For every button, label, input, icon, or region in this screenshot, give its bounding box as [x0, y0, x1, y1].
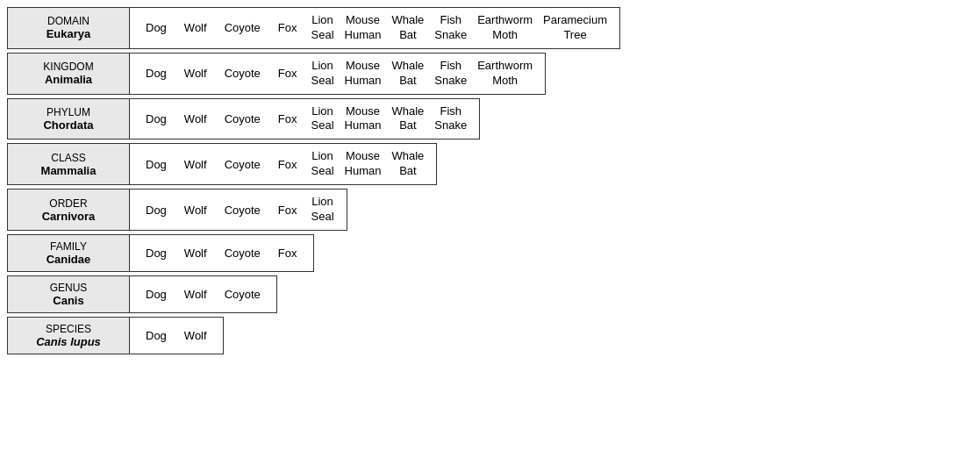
- member-item: Fox: [269, 156, 306, 173]
- rank-name: Mammalia: [41, 164, 97, 177]
- member-item: LionSeal: [306, 193, 340, 226]
- member-item: Coyote: [216, 245, 269, 261]
- rank-text: GENUS: [50, 282, 88, 294]
- taxonomy-row: FAMILYCanidaeDogWolfCoyoteFox: [7, 234, 973, 272]
- member-item: LionSeal: [306, 147, 340, 181]
- taxonomy-row: ORDERCarnivoraDogWolfCoyoteFoxLionSeal: [7, 189, 973, 231]
- rank-text: ORDER: [49, 197, 87, 210]
- member-item: WhaleBat: [386, 57, 429, 90]
- member-item: WhaleBat: [386, 147, 429, 181]
- rank-name: Animalia: [45, 73, 92, 86]
- rank-name: Canis lupus: [36, 335, 101, 348]
- member-item: Wolf: [175, 65, 216, 82]
- member-item: MouseHuman: [340, 103, 387, 136]
- taxonomy-row: KINGDOMAnimaliaDogWolfCoyoteFoxLionSealM…: [7, 53, 973, 95]
- member-item: ParameciumTree: [538, 11, 612, 45]
- member-item: Coyote: [216, 65, 269, 82]
- rank-label: ORDERCarnivora: [7, 189, 130, 231]
- members-cell: DogWolfCoyoteFoxLionSealMouseHumanWhaleB…: [130, 98, 480, 140]
- member-item: Dog: [137, 111, 175, 127]
- member-item: Dog: [137, 327, 175, 344]
- member-item: MouseHuman: [340, 11, 387, 45]
- taxonomy-row: PHYLUMChordataDogWolfCoyoteFoxLionSealMo…: [7, 98, 973, 140]
- member-item: Dog: [137, 156, 175, 173]
- rank-text: DOMAIN: [47, 15, 89, 27]
- member-item: Coyote: [216, 286, 269, 303]
- member-item: WhaleBat: [386, 103, 429, 136]
- member-item: Fox: [269, 19, 306, 36]
- rank-text: KINGDOM: [43, 61, 93, 73]
- member-item: Dog: [137, 65, 175, 82]
- members-cell: DogWolfCoyoteFoxLionSealMouseHumanWhaleB…: [130, 143, 437, 185]
- member-item: Wolf: [175, 19, 216, 36]
- member-item: Wolf: [175, 327, 216, 344]
- members-cell: DogWolfCoyoteFoxLionSeal: [130, 189, 347, 231]
- member-item: MouseHuman: [340, 147, 387, 181]
- rank-text: SPECIES: [46, 323, 91, 335]
- rank-name: Chordata: [43, 118, 93, 132]
- rank-label: CLASSMammalia: [7, 143, 130, 185]
- member-item: FishSnake: [429, 57, 472, 90]
- member-item: FishSnake: [429, 103, 472, 136]
- member-item: WhaleBat: [386, 11, 429, 45]
- member-item: MouseHuman: [340, 57, 387, 90]
- member-item: Fox: [269, 245, 306, 261]
- members-cell: DogWolf: [130, 317, 224, 354]
- member-item: Coyote: [216, 19, 269, 36]
- member-item: Fox: [269, 65, 306, 82]
- member-item: Wolf: [175, 156, 216, 173]
- rank-label: FAMILYCanidae: [7, 234, 130, 272]
- rank-label: PHYLUMChordata: [7, 98, 130, 140]
- rank-name: Carnivora: [42, 210, 96, 223]
- member-item: Coyote: [216, 202, 269, 218]
- taxonomy-row: GENUSCanisDogWolfCoyote: [7, 275, 973, 313]
- rank-text: FAMILY: [50, 240, 87, 253]
- member-item: EarthwormMoth: [472, 57, 538, 90]
- rank-name: Canis: [53, 294, 83, 307]
- member-item: LionSeal: [306, 103, 340, 136]
- rank-text: PHYLUM: [46, 106, 90, 118]
- member-item: EarthwormMoth: [472, 11, 538, 45]
- member-item: Dog: [137, 245, 175, 261]
- member-item: LionSeal: [306, 11, 340, 45]
- rank-label: DOMAINEukarya: [7, 7, 130, 49]
- members-cell: DogWolfCoyote: [130, 275, 277, 313]
- taxonomy-row: CLASSMammaliaDogWolfCoyoteFoxLionSealMou…: [7, 143, 973, 185]
- member-item: Wolf: [175, 111, 216, 127]
- rank-name: Eukarya: [46, 27, 91, 40]
- member-item: Fox: [269, 111, 306, 127]
- members-cell: DogWolfCoyoteFoxLionSealMouseHumanWhaleB…: [130, 53, 546, 95]
- rank-label: GENUSCanis: [7, 275, 130, 313]
- taxonomy-diagram: DOMAINEukaryaDogWolfCoyoteFoxLionSealMou…: [7, 7, 973, 354]
- member-item: LionSeal: [306, 57, 340, 90]
- member-item: Wolf: [175, 286, 216, 303]
- rank-text: CLASS: [51, 152, 85, 164]
- member-item: Wolf: [175, 202, 216, 218]
- rank-label: SPECIESCanis lupus: [7, 317, 130, 354]
- member-item: Coyote: [216, 156, 269, 173]
- rank-name: Canidae: [46, 253, 91, 266]
- member-item: FishSnake: [429, 11, 472, 45]
- taxonomy-row: SPECIESCanis lupusDogWolf: [7, 317, 973, 354]
- members-cell: DogWolfCoyoteFoxLionSealMouseHumanWhaleB…: [130, 7, 620, 49]
- taxonomy-row: DOMAINEukaryaDogWolfCoyoteFoxLionSealMou…: [7, 7, 973, 49]
- member-item: Fox: [269, 202, 306, 218]
- member-item: Dog: [137, 19, 175, 36]
- member-item: Coyote: [216, 111, 269, 127]
- member-item: Wolf: [175, 245, 216, 261]
- members-cell: DogWolfCoyoteFox: [130, 234, 314, 272]
- member-item: Dog: [137, 202, 175, 218]
- member-item: Dog: [137, 286, 175, 303]
- rank-label: KINGDOMAnimalia: [7, 53, 130, 95]
